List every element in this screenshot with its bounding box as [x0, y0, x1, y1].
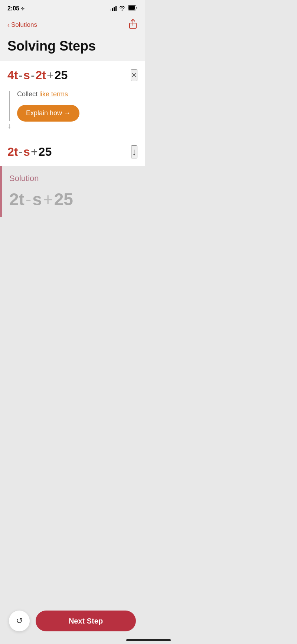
step-card: 4t - s - 2t + 25 × ↓ Collect like terms …	[0, 61, 145, 166]
gray-area	[0, 217, 145, 366]
result-row: 2t - s + 25 ↓	[7, 141, 137, 159]
page-title: Solving Steps	[7, 39, 137, 54]
nav-bar: ‹ Solutions	[0, 15, 145, 36]
status-bar: 2:05 ✈	[0, 0, 145, 15]
expr-minus2: -	[31, 68, 35, 82]
explain-button[interactable]: Explain how →	[17, 105, 79, 122]
share-button[interactable]	[128, 19, 137, 31]
result-minus: -	[19, 145, 23, 159]
svg-rect-1	[128, 6, 135, 10]
sol-25: 25	[54, 189, 73, 209]
solution-label: Solution	[9, 174, 137, 183]
input-expression: 4t - s - 2t + 25	[7, 68, 68, 82]
solution-expression: 2t - s + 25	[9, 189, 137, 209]
status-icons	[110, 5, 137, 12]
location-icon: ✈	[21, 6, 25, 12]
expr-plus: +	[47, 68, 54, 82]
result-25: 25	[39, 145, 52, 159]
page-title-section: Solving Steps	[0, 36, 145, 61]
result-s: s	[23, 145, 30, 159]
step-line: ↓	[7, 90, 11, 130]
sol-s: s	[32, 189, 42, 209]
sol-2t: 2t	[9, 189, 25, 209]
expression-row: 4t - s - 2t + 25 ×	[7, 68, 137, 82]
expr-25: 25	[55, 68, 68, 82]
back-label: Solutions	[11, 21, 37, 29]
vertical-line	[9, 91, 10, 121]
collect-text: Collect like terms	[17, 90, 137, 99]
expr-s: s	[23, 68, 30, 82]
step-content: ↓ Collect like terms Explain how →	[7, 90, 137, 130]
result-2t: 2t	[7, 145, 18, 159]
status-time: 2:05	[7, 5, 19, 12]
signal-icon	[110, 6, 117, 11]
step-details: Collect like terms Explain how →	[17, 90, 137, 130]
close-button[interactable]: ×	[131, 69, 137, 81]
back-button[interactable]: ‹ Solutions	[7, 21, 37, 29]
result-expression: 2t - s + 25	[7, 145, 52, 159]
solution-section: Solution 2t - s + 25	[0, 166, 145, 217]
download-button[interactable]: ↓	[131, 145, 137, 158]
wifi-icon	[119, 6, 125, 12]
chevron-left-icon: ‹	[7, 21, 10, 29]
expr-minus1: -	[19, 68, 23, 82]
result-plus: +	[31, 145, 38, 159]
like-terms-link[interactable]: like terms	[39, 90, 68, 98]
sol-plus: +	[43, 189, 53, 209]
arrow-down-small: ↓	[7, 122, 11, 130]
expr-4t: 4t	[7, 68, 18, 82]
sol-minus: -	[26, 189, 31, 209]
expr-2t: 2t	[36, 68, 46, 82]
battery-icon	[128, 5, 137, 12]
